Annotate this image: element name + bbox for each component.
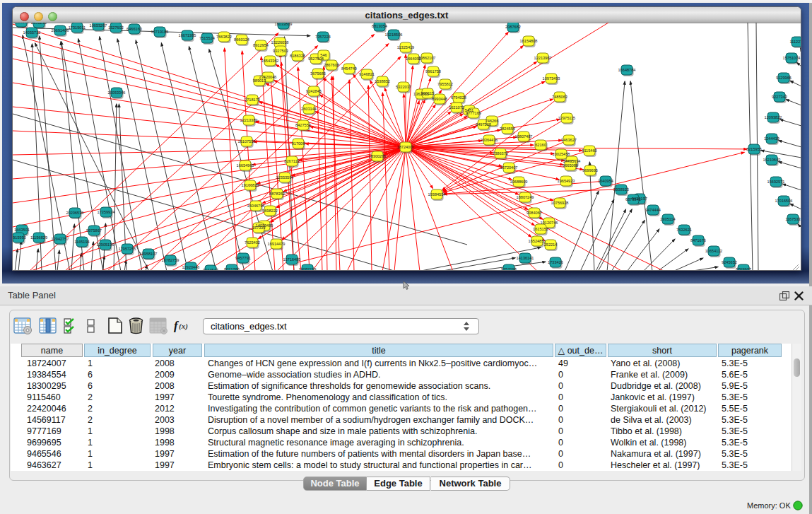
svg-text:12905135: 12905135 <box>97 243 114 247</box>
svg-text:9245652: 9245652 <box>722 260 737 264</box>
svg-text:157339: 157339 <box>252 226 266 230</box>
svg-text:1112276: 1112276 <box>790 40 801 44</box>
svg-text:2935114: 2935114 <box>660 217 675 221</box>
svg-text:8215955: 8215955 <box>746 147 762 151</box>
svg-text:16107553: 16107553 <box>238 139 256 144</box>
svg-text:9327503: 9327503 <box>273 49 288 53</box>
svg-text:7357224: 7357224 <box>315 35 331 39</box>
svg-text:9944547: 9944547 <box>203 268 218 271</box>
svg-text:20206536: 20206536 <box>66 211 84 215</box>
svg-text:8912954: 8912954 <box>253 43 269 47</box>
svg-text:7485063: 7485063 <box>552 95 567 99</box>
svg-text:8186328: 8186328 <box>290 54 305 58</box>
svg-text:2351235: 2351235 <box>31 23 47 25</box>
svg-text:20364436: 20364436 <box>481 138 498 142</box>
svg-text:8878352: 8878352 <box>269 192 285 196</box>
svg-text:9242845: 9242845 <box>306 89 322 93</box>
svg-text:9129966: 9129966 <box>776 76 792 80</box>
svg-text:8427552: 8427552 <box>295 123 311 127</box>
svg-text:5698222: 5698222 <box>262 209 278 213</box>
svg-text:10807487: 10807487 <box>515 134 533 139</box>
svg-text:7955812: 7955812 <box>437 82 453 86</box>
svg-text:14136141: 14136141 <box>517 256 534 260</box>
svg-text:1615152: 1615152 <box>533 227 548 231</box>
svg-text:16543362: 16543362 <box>261 59 279 63</box>
svg-text:9084067: 9084067 <box>526 211 542 215</box>
svg-text:17319011: 17319011 <box>69 25 86 30</box>
svg-text:16671385: 16671385 <box>179 33 196 37</box>
svg-text:1244419: 1244419 <box>764 136 779 141</box>
svg-text:16154808: 16154808 <box>520 39 538 43</box>
svg-text:17016504: 17016504 <box>775 199 793 203</box>
svg-text:10719185: 10719185 <box>151 30 169 34</box>
svg-text:20053346: 20053346 <box>108 90 126 95</box>
svg-text:12213389: 12213389 <box>240 118 258 122</box>
svg-text:7632621: 7632621 <box>676 228 692 232</box>
svg-text:12942757: 12942757 <box>52 237 69 241</box>
svg-text:2087682: 2087682 <box>505 25 521 29</box>
svg-text:10653267: 10653267 <box>90 23 107 28</box>
svg-text:5322037: 5322037 <box>396 85 411 89</box>
svg-text:16782759: 16782759 <box>162 258 180 262</box>
svg-text:9699695: 9699695 <box>582 168 598 173</box>
svg-text:7515524: 7515524 <box>199 36 215 40</box>
svg-text:2867608: 2867608 <box>324 63 339 67</box>
svg-text:17359924: 17359924 <box>98 210 115 214</box>
svg-text:9474444: 9474444 <box>645 208 661 212</box>
svg-text:9115460: 9115460 <box>582 148 596 153</box>
svg-text:6466160: 6466160 <box>126 27 142 31</box>
svg-text:10120746: 10120746 <box>541 221 558 225</box>
svg-text:19218506: 19218506 <box>385 33 403 37</box>
svg-text:8454749: 8454749 <box>341 66 357 71</box>
svg-text:16914479: 16914479 <box>268 242 286 246</box>
svg-text:7386372: 7386372 <box>493 151 508 156</box>
svg-text:(x): (x) <box>179 322 188 331</box>
svg-text:9665089: 9665089 <box>563 163 578 168</box>
svg-text:9357098: 9357098 <box>501 267 517 271</box>
svg-text:252214: 252214 <box>544 243 558 247</box>
svg-text:1640954: 1640954 <box>598 179 613 183</box>
svg-text:9227342: 9227342 <box>772 95 787 99</box>
svg-text:9975867: 9975867 <box>86 228 102 233</box>
svg-text:12213967: 12213967 <box>534 56 552 60</box>
svg-text:19654923: 19654923 <box>558 179 575 183</box>
svg-text:16033809: 16033809 <box>275 23 293 26</box>
svg-text:18807249: 18807249 <box>517 195 534 199</box>
svg-text:9457791: 9457791 <box>235 256 251 260</box>
svg-text:6873341: 6873341 <box>625 197 641 201</box>
svg-text:5938923: 5938923 <box>613 187 629 192</box>
svg-text:8471676: 8471676 <box>690 238 706 243</box>
svg-text:19384554: 19384554 <box>428 192 446 197</box>
svg-text:10025458: 10025458 <box>553 152 570 156</box>
svg-text:19166829: 19166829 <box>242 183 259 187</box>
svg-text:917006: 917006 <box>292 141 305 146</box>
svg-text:1443501: 1443501 <box>14 228 30 232</box>
svg-text:10688609: 10688609 <box>510 180 528 184</box>
svg-text:10756928: 10756928 <box>551 201 569 205</box>
svg-text:20691406: 20691406 <box>52 28 69 33</box>
svg-text:16046798: 16046798 <box>247 204 265 208</box>
svg-text:7625402: 7625402 <box>245 240 260 245</box>
svg-text:9961758: 9961758 <box>425 69 441 74</box>
svg-text:18724007: 18724007 <box>397 145 415 149</box>
svg-text:8660124: 8660124 <box>234 37 249 42</box>
svg-text:16210643: 16210643 <box>763 158 781 162</box>
svg-text:10082219: 10082219 <box>299 267 317 271</box>
svg-text:8769907: 8769907 <box>736 267 751 271</box>
svg-text:2603144: 2603144 <box>301 107 317 111</box>
svg-text:1819585: 1819585 <box>13 23 29 24</box>
svg-text:9146821: 9146821 <box>359 72 375 76</box>
svg-text:3675685: 3675685 <box>310 71 326 76</box>
svg-text:3824554: 3824554 <box>500 127 515 131</box>
svg-text:2718170: 2718170 <box>245 98 260 102</box>
svg-text:15716485: 15716485 <box>283 257 301 262</box>
svg-text:15720407: 15720407 <box>500 165 518 170</box>
svg-text:3915950: 3915950 <box>13 235 26 240</box>
svg-text:1145194: 1145194 <box>74 240 89 244</box>
svg-text:16654965: 16654965 <box>237 163 254 168</box>
svg-text:9463627: 9463627 <box>561 138 577 142</box>
svg-text:546: 546 <box>320 53 326 57</box>
svg-text:16648784: 16648784 <box>618 68 636 72</box>
svg-text:1664092: 1664092 <box>406 57 421 61</box>
svg-text:1733426: 1733426 <box>548 260 563 264</box>
